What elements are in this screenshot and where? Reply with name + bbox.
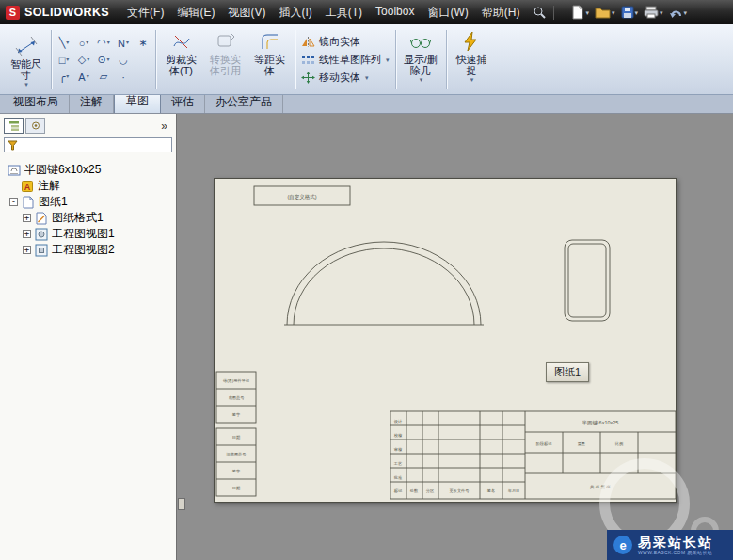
circle-tool[interactable]: ○▾	[74, 35, 93, 51]
move-entities-button[interactable]: 移动实体 ▾	[298, 70, 392, 86]
spline-tool[interactable]: N▾	[114, 35, 133, 51]
panel-splitter-handle[interactable]	[178, 498, 185, 510]
quick-snaps-button[interactable]: 快速捕 捉 ▾	[450, 27, 494, 92]
tree-filter-field[interactable]	[4, 137, 172, 152]
menu-help[interactable]: 帮助(H)	[475, 1, 527, 24]
collapse-panel-button[interactable]: »	[156, 120, 172, 133]
new-document-button[interactable]: ▾	[568, 3, 592, 22]
tab-evaluate[interactable]: 评估	[161, 92, 205, 113]
sheet-linework: (自定义格式) 借(通)用件登记 底图总号 签字 日期 旧底图总号 签字 日期 …	[215, 179, 677, 504]
tree-item-drawing-view1[interactable]: + 工程图视图1	[2, 226, 174, 242]
watermark-logo-icon: e	[613, 536, 632, 554]
plane-tool[interactable]: ▱	[94, 69, 113, 85]
titlebar: S SOLIDWORKS 文件(F) 编辑(E) 视图(V) 插入(I) 工具(…	[0, 0, 733, 24]
left-strip-cell: 旧底图总号	[227, 452, 247, 456]
polygon-icon: ◇	[78, 54, 86, 66]
menu-insert[interactable]: 插入(I)	[272, 1, 318, 24]
rectangle-tool[interactable]: □▾	[55, 52, 73, 68]
border-left-strip	[216, 372, 256, 496]
tab-annotation[interactable]: 注解	[70, 92, 114, 113]
tree-item-drawing-view2[interactable]: + 工程图视图2	[2, 242, 174, 258]
sheet-tooltip: 图纸1	[546, 362, 589, 382]
tab-office-products[interactable]: 办公室产品	[205, 92, 283, 113]
propertymanager-tab[interactable]	[25, 118, 45, 134]
menu-toolbox[interactable]: Toolbox	[369, 1, 421, 24]
search-icon[interactable]	[530, 4, 549, 21]
tree-item-label: 半圆键6x10x25	[24, 162, 101, 178]
tree-item-annotations[interactable]: A 注解	[2, 178, 174, 194]
open-document-button[interactable]: ▾	[592, 4, 618, 21]
tree-item-root[interactable]: 半圆键6x10x25	[2, 162, 174, 178]
group-separator	[295, 30, 295, 89]
circle-icon: ○	[79, 38, 86, 49]
smart-dimension-label: 智能尺	[10, 58, 41, 70]
expand-toggle[interactable]: +	[23, 214, 31, 222]
linear-sketch-pattern-button[interactable]: 线性草图阵列 ▾	[298, 52, 392, 68]
undo-button[interactable]: ▾	[666, 5, 691, 21]
app-logo: S SOLIDWORKS	[0, 6, 120, 20]
tree-item-sheet-format1[interactable]: + 图纸格式1	[2, 210, 174, 226]
graphics-area[interactable]: (自定义格式) 借(通)用件登记 底图总号 签字 日期 旧底图总号 签字 日期 …	[178, 114, 733, 560]
save-button[interactable]: ▾	[618, 4, 642, 21]
collapse-toggle[interactable]: -	[9, 198, 18, 206]
arc-tool[interactable]: ◠▾	[94, 35, 113, 51]
sheet-format-icon	[35, 212, 48, 225]
arc-icon: ◠	[97, 37, 106, 49]
text-tool[interactable]: A▾	[74, 69, 93, 85]
smart-dimension-label2: 寸	[21, 70, 31, 81]
ellipse-tool[interactable]: ◡	[114, 52, 133, 68]
drawing-sheet[interactable]: (自定义格式) 借(通)用件登记 底图总号 签字 日期 旧底图总号 签字 日期 …	[214, 178, 677, 503]
tree-item-sheet1[interactable]: - 图纸1	[2, 194, 174, 210]
quick-access-toolbar: ▾ ▾ ▾ ▾ ▾	[568, 3, 690, 22]
group-separator	[446, 30, 447, 89]
fillet-icon: ╭	[59, 71, 66, 83]
sheet-icon	[22, 196, 35, 209]
line-tool[interactable]: ╲▾	[55, 35, 73, 51]
menu-window[interactable]: 窗口(W)	[421, 1, 474, 24]
propertymanager-icon	[30, 120, 41, 131]
menu-edit[interactable]: 编辑(E)	[170, 1, 221, 24]
print-button[interactable]: ▾	[641, 4, 666, 21]
tree-item-label: 图纸格式1	[52, 210, 104, 226]
centerline-tool[interactable]: ·	[114, 69, 133, 85]
polygon-tool[interactable]: ◇▾	[74, 52, 93, 68]
point-tool[interactable]: ∗	[134, 35, 152, 51]
smart-dimension-button[interactable]: 智能尺 寸 ▾	[4, 32, 48, 88]
offset-entities-button[interactable]: 等距实 体	[247, 27, 292, 92]
tab-view-layout[interactable]: 视图布局	[3, 92, 70, 113]
tree-item-label: 图纸1	[39, 194, 68, 210]
drawing-view1-semicircle[interactable]	[284, 242, 484, 325]
trim-entities-button[interactable]: 剪裁实 体(T)	[159, 27, 203, 92]
mirror-entities-button[interactable]: 镜向实体	[298, 34, 392, 50]
menu-view[interactable]: 视图(V)	[221, 1, 272, 24]
fillet-tool[interactable]: ╭▾	[55, 69, 73, 85]
drawing-view2-rectangle[interactable]	[565, 240, 610, 321]
expand-toggle[interactable]: +	[23, 246, 31, 254]
watermark-bar: e 易采站长站 WWW.EASCK.COM 易采站长站	[607, 530, 733, 560]
menu-tools[interactable]: 工具(T)	[319, 1, 369, 24]
open-folder-icon	[595, 6, 611, 19]
offset-entities-icon	[258, 30, 282, 53]
group-separator	[51, 30, 52, 89]
pattern-tools-group: 镜向实体 线性草图阵列 ▾ 移动实体 ▾	[298, 27, 392, 92]
app-title: SOLIDWORKS	[24, 6, 109, 19]
title-block-part-name: 半圆键 6x10x25	[582, 420, 619, 426]
plane-icon: ▱	[100, 71, 107, 83]
svg-text:A: A	[24, 182, 31, 191]
slot-tool[interactable]: ⊙▾	[94, 52, 113, 68]
title-block-cell: 更改文件号	[450, 488, 470, 493]
ellipse-icon: ◡	[119, 54, 128, 66]
point-icon: ∗	[138, 37, 147, 49]
undo-arrow-icon	[669, 7, 683, 19]
featuremanager-tree-icon	[8, 120, 20, 131]
drawing-document-icon	[8, 164, 21, 177]
line-icon: ╲	[59, 37, 66, 49]
featuremanager-tab[interactable]	[4, 118, 24, 134]
display-delete-relations-button[interactable]: 显示/删 除几 ▾	[399, 27, 443, 92]
convert-entities-icon	[214, 30, 238, 53]
convert-entities-button[interactable]: 转换实 体引用	[203, 27, 247, 92]
menu-file[interactable]: 文件(F)	[120, 1, 170, 24]
expand-toggle[interactable]: +	[23, 230, 31, 238]
annotations-icon: A	[21, 180, 34, 193]
text-icon: A	[78, 72, 85, 83]
